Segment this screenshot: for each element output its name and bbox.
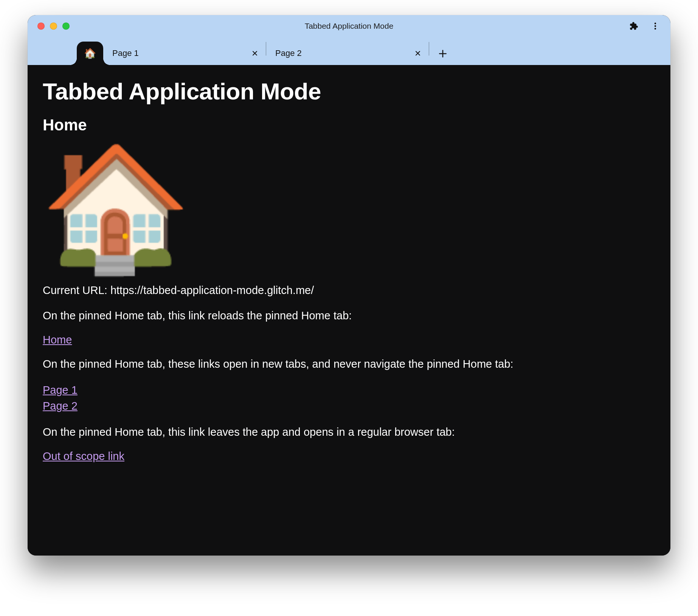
window-title: Tabbed Application Mode	[305, 22, 394, 31]
more-vertical-icon	[651, 22, 660, 31]
close-icon	[251, 50, 259, 57]
window-maximize-button[interactable]	[62, 23, 70, 30]
tab-page-2[interactable]: Page 2	[266, 42, 429, 65]
svg-point-1	[655, 25, 656, 27]
page-subtitle: Home	[43, 116, 655, 134]
titlebar-top: Tabbed Application Mode	[28, 15, 670, 37]
extensions-button[interactable]	[626, 19, 641, 34]
close-icon	[414, 50, 422, 57]
puzzle-icon	[628, 21, 638, 31]
link-out-of-scope[interactable]: Out of scope link	[43, 450, 124, 463]
tab-label: Page 1	[112, 48, 245, 58]
tab-pinned-home[interactable]: 🏠	[77, 42, 103, 65]
app-window: Tabbed Application Mode	[28, 15, 670, 556]
tab-close-button[interactable]	[251, 49, 259, 57]
link-home[interactable]: Home	[43, 334, 72, 346]
house-icon: 🏠	[84, 48, 96, 58]
titlebar: Tabbed Application Mode	[28, 15, 670, 65]
plus-icon	[438, 49, 448, 59]
page-title: Tabbed Application Mode	[43, 78, 655, 105]
tabstrip: 🏠 Page 1 Page 2	[28, 37, 670, 65]
link-page-2[interactable]: Page 2	[43, 398, 655, 414]
tab-close-button[interactable]	[414, 49, 422, 57]
traffic-lights	[37, 23, 70, 30]
house-icon: 🏠	[40, 147, 655, 268]
page-content: Tabbed Application Mode Home 🏠 Current U…	[28, 65, 670, 556]
paragraph-outofscope: On the pinned Home tab, this link leaves…	[43, 425, 655, 440]
window-minimize-button[interactable]	[50, 23, 57, 30]
new-tab-button[interactable]	[434, 45, 452, 63]
window-close-button[interactable]	[37, 23, 45, 30]
svg-point-2	[655, 28, 656, 29]
tab-page-1[interactable]: Page 1	[103, 42, 266, 65]
link-page-1[interactable]: Page 1	[43, 382, 655, 398]
titlebar-actions	[626, 19, 663, 34]
tab-divider	[429, 42, 429, 56]
svg-point-0	[655, 23, 656, 24]
paragraph-newtabs: On the pinned Home tab, these links open…	[43, 357, 655, 371]
tab-label: Page 2	[275, 48, 408, 58]
more-menu-button[interactable]	[648, 19, 663, 34]
current-url-line: Current URL: https://tabbed-application-…	[43, 283, 655, 298]
paragraph-reload: On the pinned Home tab, this link reload…	[43, 308, 655, 323]
